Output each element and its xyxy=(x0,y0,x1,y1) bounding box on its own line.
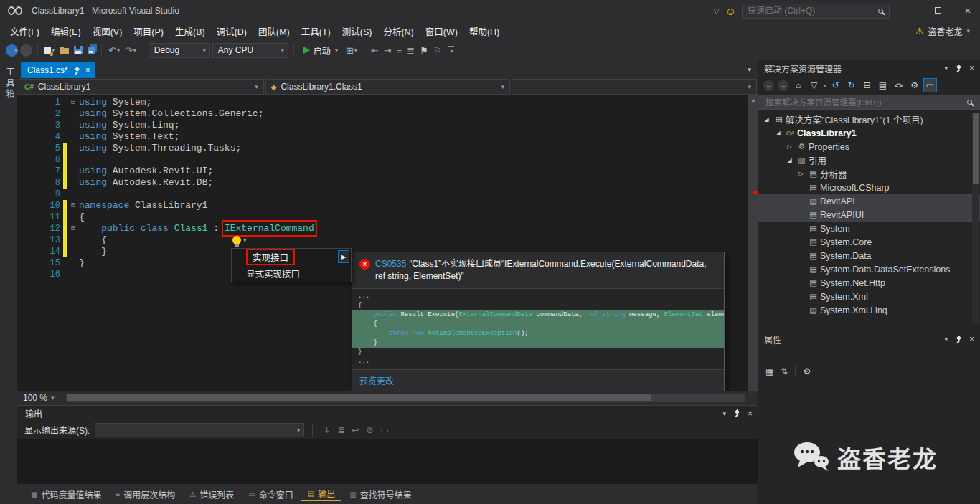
close-icon[interactable]: × xyxy=(85,66,90,75)
toolbox-vertical-tab[interactable]: 工具箱 xyxy=(4,67,16,100)
breakpoint-margin[interactable] xyxy=(17,143,27,154)
tree-expander-icon[interactable]: ◢ xyxy=(784,157,795,163)
breakpoint-margin[interactable] xyxy=(17,257,27,269)
quick-action-lightbulb[interactable]: ▾ xyxy=(232,236,247,244)
tree-expander-icon[interactable]: ▷ xyxy=(796,171,806,177)
code-line-11[interactable]: 11{ xyxy=(17,211,758,223)
redo-button[interactable]: ↷▾ xyxy=(123,42,138,58)
menu-调试(D)[interactable]: 调试(D) xyxy=(211,22,253,41)
breakpoint-margin[interactable] xyxy=(17,120,27,131)
member-dropdown[interactable]: ▾ xyxy=(512,79,757,95)
tree-item-Properties[interactable]: ▷⚙Properties xyxy=(758,140,980,153)
menu-视图(V)[interactable]: 视图(V) xyxy=(87,22,128,41)
menu-编辑(E)[interactable]: 编辑(E) xyxy=(45,22,87,41)
breakpoint-margin[interactable] xyxy=(17,154,27,166)
tree-expander-icon[interactable]: ▷ xyxy=(784,143,795,150)
filter-button[interactable]: ▽ xyxy=(807,78,821,92)
solution-search-input[interactable] xyxy=(764,98,967,108)
toggle-output-pane-button[interactable]: ▭ xyxy=(379,425,391,435)
code-line-4[interactable]: 4using System.Text; xyxy=(17,131,758,143)
tree-expander-icon[interactable]: ◢ xyxy=(773,130,783,136)
bottom-tab-命令窗口[interactable]: ▭命令窗口 xyxy=(242,487,299,501)
menu-生成(B)[interactable]: 生成(B) xyxy=(169,22,211,41)
maximize-button[interactable] xyxy=(925,1,950,21)
breakpoint-margin[interactable] xyxy=(17,246,27,257)
preview-changes-link[interactable]: 预览更改 xyxy=(359,376,394,386)
tree-item-引用[interactable]: ◢▥引用 xyxy=(758,153,980,167)
quick-launch-box[interactable] xyxy=(742,4,890,19)
tree-item-System[interactable]: ▤System xyxy=(758,222,980,235)
window-position-icon[interactable]: ▾ xyxy=(944,336,948,343)
menu-工具(T)[interactable]: 工具(T) xyxy=(296,22,336,41)
code-line-5[interactable]: 5using System.Threading.Tasks; xyxy=(17,143,758,154)
word-wrap-button[interactable]: ↩ xyxy=(349,425,361,435)
close-window-button[interactable]: × xyxy=(956,1,980,21)
quick-action-item-2[interactable]: 显式实现接口 xyxy=(232,265,351,282)
indent-increase-icon[interactable]: ⇥ xyxy=(382,42,393,58)
menu-团队(M)[interactable]: 团队(M) xyxy=(253,22,296,41)
output-source-dropdown[interactable]: ▾ xyxy=(95,423,304,437)
code-line-9[interactable]: 9 xyxy=(17,189,758,200)
indent-decrease-icon[interactable]: ⇤ xyxy=(369,42,380,58)
undo-button[interactable]: ↶▾ xyxy=(107,42,121,58)
next-bookmark-icon[interactable]: ⚐ xyxy=(432,42,443,58)
code-line-10[interactable]: 10⊟namespace ClassLibrary1 xyxy=(17,200,758,211)
quick-launch-input[interactable] xyxy=(746,5,878,16)
editor-vertical-scrollbar[interactable]: ▲ xyxy=(748,95,758,391)
bottom-tab-代码度量值结果[interactable]: ▦代码度量值结果 xyxy=(24,487,108,501)
tree-item-Microsoft.CSharp[interactable]: ▤Microsoft.CSharp xyxy=(758,181,980,194)
code-line-8[interactable]: 8using Autodesk.Revit.DB; xyxy=(17,177,758,189)
breakpoint-margin[interactable] xyxy=(17,97,27,108)
submenu-arrow-icon[interactable]: ▶ xyxy=(338,250,349,263)
tree-item-System.Data.DataSetExtensions[interactable]: ▤System.Data.DataSetExtensions xyxy=(758,262,980,276)
bottom-tab-错误列表[interactable]: ⚠错误列表 xyxy=(183,487,240,501)
code-line-13[interactable]: 13 { xyxy=(17,234,758,246)
pin-icon[interactable] xyxy=(955,336,962,343)
pin-icon[interactable] xyxy=(73,67,80,75)
solution-platform-dropdown[interactable]: Any CPU▾ xyxy=(212,43,288,58)
code-line-2[interactable]: 2using System.Collections.Generic; xyxy=(17,108,758,120)
zoom-control[interactable]: 100 % ▾ xyxy=(17,393,60,403)
show-all-files-button[interactable]: ▤ xyxy=(876,78,890,92)
navigate-forward-button[interactable]: → xyxy=(20,44,32,57)
refresh-button[interactable]: ↻ xyxy=(844,78,858,92)
tree-item-System.Data[interactable]: ▤System.Data xyxy=(758,249,980,262)
solution-configuration-dropdown[interactable]: Debug▾ xyxy=(149,43,210,58)
code-line-12[interactable]: 12⊟ public class Class1 : IExternalComma… xyxy=(17,223,758,234)
code-line-6[interactable]: 6 xyxy=(17,154,758,166)
breakpoint-margin[interactable] xyxy=(17,211,27,223)
solution-explorer-search[interactable] xyxy=(758,95,980,110)
menu-测试(S)[interactable]: 测试(S) xyxy=(336,22,378,41)
tree-item-解决方案"ClassLibrary1"(1 个项目)[interactable]: ◢▤解决方案"ClassLibrary1"(1 个项目) xyxy=(758,113,980,126)
minimize-button[interactable]: ─ xyxy=(895,1,920,21)
menu-分析(N)[interactable]: 分析(N) xyxy=(377,22,419,41)
close-icon[interactable]: × xyxy=(748,409,753,419)
preview-selected-items-button[interactable]: ▭ xyxy=(923,78,937,92)
pin-icon[interactable] xyxy=(955,65,962,72)
forward-button[interactable]: → xyxy=(778,80,788,91)
active-files-dropdown-icon[interactable]: ▾ xyxy=(748,66,751,73)
project-dropdown[interactable]: C# ClassLibrary1 ▾ xyxy=(19,79,264,95)
tab-class1[interactable]: Class1.cs* × xyxy=(21,62,95,78)
toolbar-options-button[interactable]: ▾ xyxy=(448,46,454,54)
categorized-button[interactable]: ▦ xyxy=(763,366,776,376)
close-icon[interactable]: × xyxy=(969,63,974,73)
menu-窗口(W)[interactable]: 窗口(W) xyxy=(420,22,463,41)
menu-帮助(H)[interactable]: 帮助(H) xyxy=(463,22,505,41)
messages-list-button[interactable]: ≣ xyxy=(335,425,347,435)
pin-icon[interactable] xyxy=(733,409,740,417)
save-all-button[interactable] xyxy=(86,42,96,58)
type-dropdown[interactable]: ◆ ClassLibrary1.Class1 ▾ xyxy=(265,79,511,95)
code-line-3[interactable]: 3using System.Linq; xyxy=(17,120,758,131)
window-position-icon[interactable]: ▾ xyxy=(944,65,948,72)
fold-marker-icon[interactable]: ⊟ xyxy=(67,97,79,108)
tree-item-RevitAPIUI[interactable]: ▤RevitAPIUI xyxy=(758,208,980,222)
tree-item-分析器[interactable]: ▷▤分析器 xyxy=(758,167,980,181)
breakpoint-margin[interactable] xyxy=(17,200,27,211)
code-line-7[interactable]: 7using Autodesk.Revit.UI; xyxy=(17,166,758,177)
user-name[interactable]: 盗香老龙 xyxy=(928,25,962,37)
warning-icon[interactable]: ⚠ xyxy=(915,26,924,37)
breakpoint-margin[interactable] xyxy=(17,269,27,280)
fold-marker-icon[interactable]: ⊟ xyxy=(67,200,79,211)
breakpoint-margin[interactable] xyxy=(17,189,27,200)
